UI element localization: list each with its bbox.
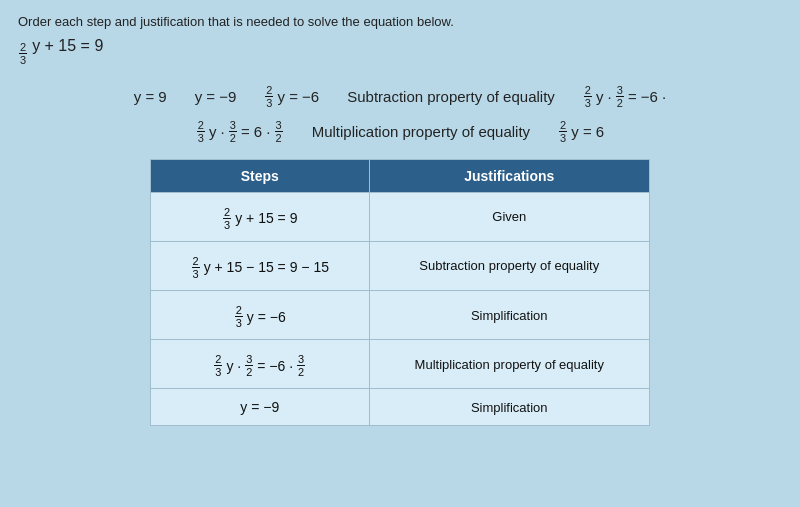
option-y-eq-9[interactable]: y = 9: [134, 88, 167, 105]
justification-cell: Subtraction property of equality: [369, 241, 649, 290]
option-subtraction-prop[interactable]: Subtraction property of equality: [347, 88, 555, 105]
step-cell: 23 y + 15 − 15 = 9 − 15: [151, 241, 370, 290]
option-frac-y-eq-6[interactable]: 23 y = 6: [558, 119, 604, 144]
justification-cell: Given: [369, 192, 649, 241]
instructions-text: Order each step and justification that i…: [18, 14, 782, 29]
option-frac-mult-6[interactable]: 23 y · 32 = 6 · 32: [196, 119, 284, 144]
option-y-eq-neg9[interactable]: y = −9: [195, 88, 237, 105]
justification-cell: Simplification: [369, 290, 649, 339]
step-4-math: 23 y · 32 = −6 · 32: [213, 353, 306, 378]
step-cell: 23 y = −6: [151, 290, 370, 339]
col-steps-header: Steps: [151, 159, 370, 192]
justification-cell: Simplification: [369, 389, 649, 426]
step-cell: 23 y + 15 = 9: [151, 192, 370, 241]
col-justifications-header: Justifications: [369, 159, 649, 192]
step-5-math: y = −9: [240, 399, 279, 415]
table-row: 23 y + 15 − 15 = 9 − 15 Subtraction prop…: [151, 241, 650, 290]
table-row: 23 y = −6 Simplification: [151, 290, 650, 339]
step-3-math: 23 y = −6: [234, 304, 286, 329]
table-row: 23 y · 32 = −6 · 32 Multiplication prope…: [151, 340, 650, 389]
steps-table-container: Steps Justifications 23 y + 15 = 9 Given: [18, 159, 782, 427]
options-row-2: 23 y · 32 = 6 · 32 Multiplication proper…: [18, 119, 782, 144]
option-frac-mult-neg6[interactable]: 23 y · 32 = −6 ·: [583, 84, 666, 109]
header-fraction: 2 3: [19, 41, 27, 66]
step-cell: 23 y · 32 = −6 · 32: [151, 340, 370, 389]
option-frac-y-eq-neg6[interactable]: 23 y = −6: [264, 84, 319, 109]
table-row: 23 y + 15 = 9 Given: [151, 192, 650, 241]
options-row-1: y = 9 y = −9 23 y = −6 Subtraction prope…: [18, 84, 782, 109]
step-cell: y = −9: [151, 389, 370, 426]
table-row: y = −9 Simplification: [151, 389, 650, 426]
option-multiplication-prop[interactable]: Multiplication property of equality: [312, 123, 530, 140]
step-1-math: 23 y + 15 = 9: [222, 206, 297, 231]
justification-cell: Multiplication property of equality: [369, 340, 649, 389]
steps-table: Steps Justifications 23 y + 15 = 9 Given: [150, 159, 650, 427]
step-2-math: 23 y + 15 − 15 = 9 − 15: [191, 255, 329, 280]
header-equation: 2 3 y + 15 = 9: [18, 37, 782, 66]
page-container: Order each step and justification that i…: [0, 0, 800, 440]
